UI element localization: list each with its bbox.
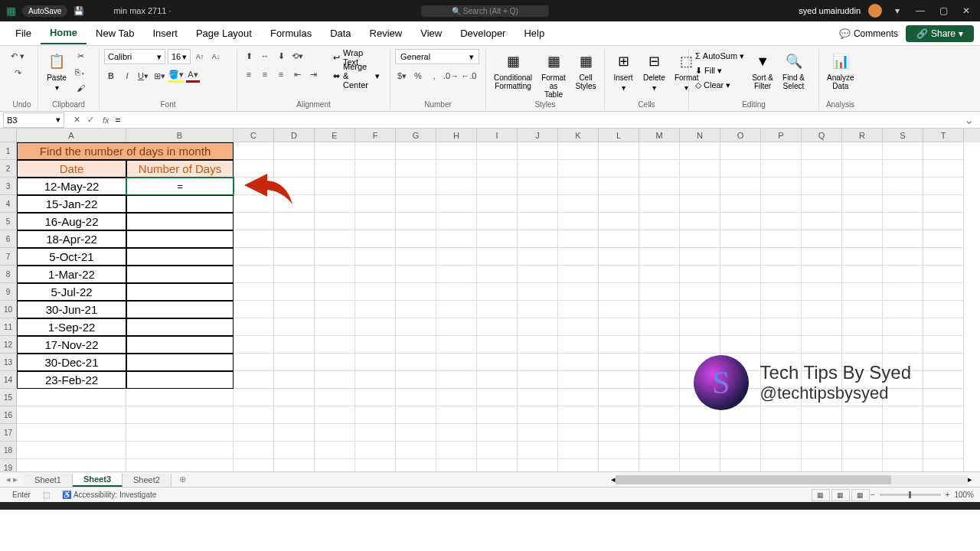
increase-font-button[interactable]: A↑ — [193, 51, 207, 62]
cell-T1[interactable] — [923, 142, 964, 160]
cell-B13[interactable] — [126, 354, 234, 371]
cell-P4[interactable] — [761, 195, 802, 213]
row-header-13[interactable]: 13 — [0, 354, 17, 371]
cell-D8[interactable] — [274, 266, 315, 283]
cell-T11[interactable] — [923, 318, 964, 336]
col-header-R[interactable]: R — [842, 129, 883, 142]
cell-B15[interactable] — [126, 389, 234, 406]
cell-J12[interactable] — [518, 336, 558, 354]
col-header-F[interactable]: F — [355, 129, 396, 142]
cell-F11[interactable] — [355, 318, 396, 336]
cancel-formula-button[interactable]: ✕ — [70, 115, 83, 125]
cell-T3[interactable] — [923, 178, 964, 195]
zoom-slider[interactable] — [880, 494, 941, 496]
cell-M4[interactable] — [639, 195, 680, 213]
cell-L15[interactable] — [599, 389, 639, 406]
col-header-S[interactable]: S — [883, 129, 923, 142]
cell-J19[interactable] — [518, 459, 558, 471]
cell-S5[interactable] — [883, 213, 923, 230]
redo-button[interactable]: ↷ — [11, 66, 24, 80]
cell-M6[interactable] — [639, 230, 680, 248]
cell-M3[interactable] — [639, 178, 680, 195]
cell-T15[interactable] — [923, 389, 964, 406]
cell-H13[interactable] — [436, 354, 477, 371]
cell-J1[interactable] — [518, 142, 558, 160]
cell-F5[interactable] — [355, 213, 396, 230]
cell-J13[interactable] — [518, 354, 558, 371]
cell-E9[interactable] — [315, 283, 355, 301]
cell-Q18[interactable] — [802, 442, 842, 459]
cell-R6[interactable] — [842, 230, 883, 248]
cell-N7[interactable] — [680, 248, 720, 266]
decrease-font-button[interactable]: A↓ — [209, 51, 223, 62]
cell-K12[interactable] — [558, 336, 599, 354]
cell-M10[interactable] — [639, 301, 680, 318]
cell-H8[interactable] — [436, 266, 477, 283]
cell-K19[interactable] — [558, 459, 599, 471]
cell-G7[interactable] — [396, 248, 436, 266]
cell-O9[interactable] — [720, 283, 761, 301]
cell-T4[interactable] — [923, 195, 964, 213]
cell-D6[interactable] — [274, 230, 315, 248]
cell-O17[interactable] — [720, 424, 761, 442]
font-color-button[interactable]: A▾ — [186, 69, 200, 83]
cell-N12[interactable] — [680, 336, 720, 354]
number-format-select[interactable]: General▾ — [395, 49, 479, 64]
orientation-button[interactable]: ⟲▾ — [290, 49, 304, 63]
cell-H3[interactable] — [436, 178, 477, 195]
cell-E3[interactable] — [315, 178, 355, 195]
sheet-tab-sheet3[interactable]: Sheet3 — [73, 473, 122, 487]
cell-R7[interactable] — [842, 248, 883, 266]
cell-F12[interactable] — [355, 336, 396, 354]
row-header-1[interactable]: 1 — [0, 142, 17, 160]
col-header-A[interactable]: A — [17, 129, 126, 142]
cell-P2[interactable] — [761, 160, 802, 178]
cell-L11[interactable] — [599, 318, 639, 336]
cell-L5[interactable] — [599, 213, 639, 230]
cell-Q1[interactable] — [802, 142, 842, 160]
cell-A7[interactable]: 5-Oct-21 — [17, 248, 126, 266]
cell-E19[interactable] — [315, 459, 355, 471]
cell-O1[interactable] — [720, 142, 761, 160]
cell-K16[interactable] — [558, 406, 599, 424]
cell-T2[interactable] — [923, 160, 964, 178]
cell-P6[interactable] — [761, 230, 802, 248]
cell-E10[interactable] — [315, 301, 355, 318]
find-select-button[interactable]: 🔍Find & Select — [779, 49, 808, 92]
cell-I4[interactable] — [477, 195, 518, 213]
cell-C9[interactable] — [234, 283, 274, 301]
cell-A19[interactable] — [17, 459, 126, 471]
cell-S19[interactable] — [883, 459, 923, 471]
col-header-O[interactable]: O — [720, 129, 761, 142]
cell-O11[interactable] — [720, 318, 761, 336]
cell-B8[interactable] — [126, 266, 234, 283]
cell-M19[interactable] — [639, 459, 680, 471]
cell-P8[interactable] — [761, 266, 802, 283]
cell-G11[interactable] — [396, 318, 436, 336]
increase-indent-button[interactable]: ⇥ — [306, 67, 320, 81]
cell-G5[interactable] — [396, 213, 436, 230]
cell-G3[interactable] — [396, 178, 436, 195]
cell-A18[interactable] — [17, 442, 126, 459]
cell-R5[interactable] — [842, 213, 883, 230]
cell-A4[interactable]: 15-Jan-22 — [17, 195, 126, 213]
cell-L1[interactable] — [599, 142, 639, 160]
cell-N17[interactable] — [680, 424, 720, 442]
cell-I12[interactable] — [477, 336, 518, 354]
cell-A1[interactable]: Find the number of days in month — [17, 142, 234, 160]
cell-Q17[interactable] — [802, 424, 842, 442]
cell-L19[interactable] — [599, 459, 639, 471]
cell-Q7[interactable] — [802, 248, 842, 266]
cell-C14[interactable] — [234, 371, 274, 389]
cell-D17[interactable] — [274, 424, 315, 442]
increase-decimal-button[interactable]: .0→ — [443, 69, 459, 83]
cell-O5[interactable] — [720, 213, 761, 230]
tab-pagelayout[interactable]: Page Layout — [187, 23, 261, 44]
cell-R10[interactable] — [842, 301, 883, 318]
cell-A14[interactable]: 23-Feb-22 — [17, 371, 126, 389]
pagelayout-view-button[interactable]: ▦ — [831, 489, 850, 501]
cell-Q2[interactable] — [802, 160, 842, 178]
row-header-16[interactable]: 16 — [0, 406, 17, 424]
cell-A15[interactable] — [17, 389, 126, 406]
cell-H12[interactable] — [436, 336, 477, 354]
